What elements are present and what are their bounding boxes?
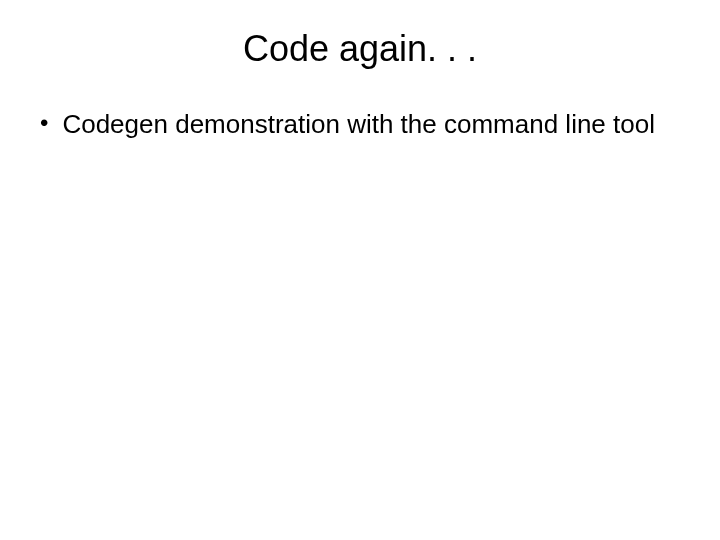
slide-content: • Codegen demonstration with the command… bbox=[30, 108, 690, 141]
bullet-text: Codegen demonstration with the command l… bbox=[62, 108, 655, 141]
bullet-item: • Codegen demonstration with the command… bbox=[40, 108, 660, 141]
slide-title: Code again. . . bbox=[30, 28, 690, 70]
bullet-marker-icon: • bbox=[40, 108, 48, 138]
slide-container: Code again. . . • Codegen demonstration … bbox=[0, 0, 720, 540]
